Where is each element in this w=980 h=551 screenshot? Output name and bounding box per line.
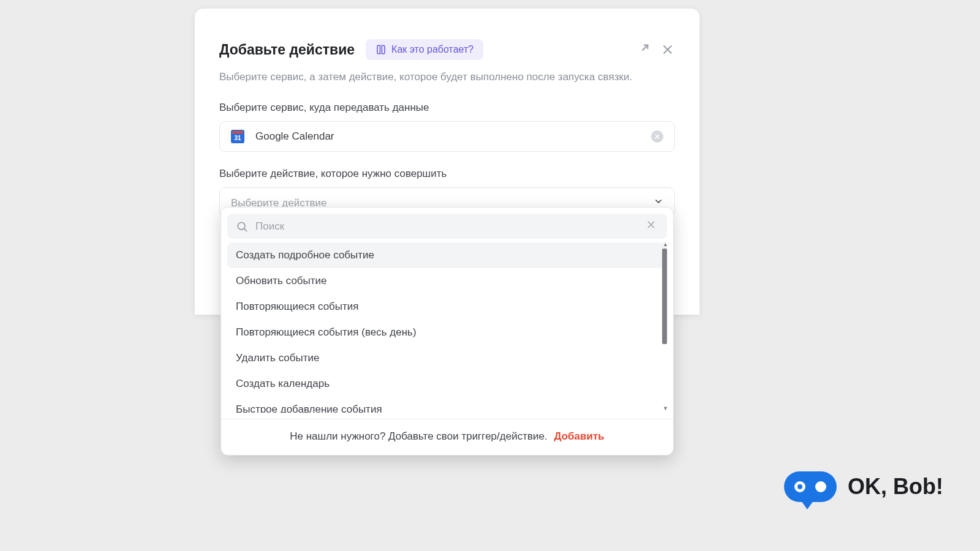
book-icon xyxy=(375,44,386,55)
header-actions xyxy=(636,42,675,57)
option-item[interactable]: Повторяющиеся события (весь день) xyxy=(227,320,667,345)
add-custom-link[interactable]: Добавить xyxy=(554,430,604,442)
scrollbar-thumb[interactable] xyxy=(662,249,667,344)
scroll-up-icon[interactable]: ▲ xyxy=(663,241,668,247)
how-it-works-link[interactable]: Как это работает? xyxy=(366,39,483,60)
option-item[interactable]: Создать подробное событие xyxy=(227,242,667,268)
footer-text: Не нашли нужного? Добавьте свои триггер/… xyxy=(290,430,547,442)
brand-badge: OK, Bob! xyxy=(784,471,943,502)
option-item[interactable]: Быстрое добавление события xyxy=(227,397,667,413)
dot-icon xyxy=(794,481,805,492)
x-icon xyxy=(654,133,660,140)
modal-header: Добавьте действие Как это работает? xyxy=(219,39,675,60)
dropdown-footer: Не нашли нужного? Добавьте свои триггер/… xyxy=(221,419,673,455)
service-select[interactable]: 31 Google Calendar xyxy=(219,121,675,152)
close-button[interactable] xyxy=(660,42,675,57)
x-icon xyxy=(646,220,656,230)
dot-icon xyxy=(815,481,826,492)
close-icon xyxy=(662,43,674,56)
option-item[interactable]: Создать календарь xyxy=(227,371,667,397)
expand-button[interactable] xyxy=(636,42,650,57)
action-dropdown: Создать подробное событие Обновить событ… xyxy=(221,207,674,455)
modal-title: Добавьте действие xyxy=(219,42,355,58)
expand-icon xyxy=(636,43,650,56)
how-it-works-label: Как это работает? xyxy=(391,44,473,55)
google-calendar-icon: 31 xyxy=(231,130,244,143)
clear-service-button[interactable] xyxy=(651,130,663,143)
scrollbar[interactable]: ▲ ▼ xyxy=(662,244,668,409)
action-field-label: Выберите действие, которое нужно соверши… xyxy=(219,168,675,180)
option-item[interactable]: Обновить событие xyxy=(227,268,667,294)
search-icon xyxy=(236,220,248,233)
options-list: Создать подробное событие Обновить событ… xyxy=(227,242,667,413)
search-input[interactable] xyxy=(255,220,644,233)
service-field-label: Выберите сервис, куда передавать данные xyxy=(219,102,675,114)
search-clear-button[interactable] xyxy=(644,220,658,233)
brand-text: OK, Bob! xyxy=(848,474,943,500)
scroll-down-icon[interactable]: ▼ xyxy=(663,405,668,411)
brand-bubble-icon xyxy=(784,471,837,502)
option-item[interactable]: Удалить событие xyxy=(227,345,667,371)
service-value: Google Calendar xyxy=(255,130,334,143)
modal-subtitle: Выберите сервис, а затем действие, котор… xyxy=(219,71,675,83)
option-item[interactable]: Повторяющиеся события xyxy=(227,294,667,320)
dropdown-search xyxy=(227,214,667,239)
add-action-modal: Добавьте действие Как это работает? Выб xyxy=(195,9,699,227)
